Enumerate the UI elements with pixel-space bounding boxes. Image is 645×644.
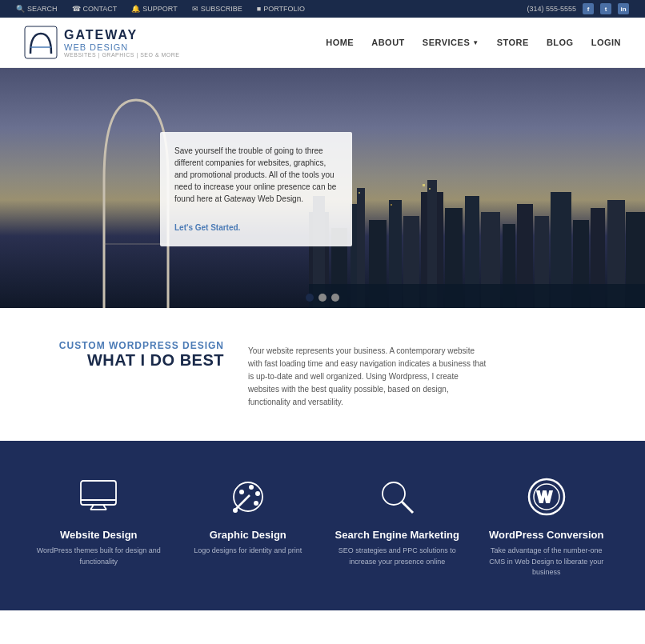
wp-title: WHAT I DO BEST bbox=[48, 351, 224, 370]
top-bar-contact[interactable]: ☎ CONTACT bbox=[72, 5, 118, 13]
svg-rect-24 bbox=[423, 184, 425, 186]
hero-cta-link[interactable]: Let's Get Started. bbox=[174, 223, 240, 232]
service-seo-title: Search Engine Marketing bbox=[335, 529, 459, 541]
service-graphic-design-title: Graphic Design bbox=[210, 529, 286, 541]
hero-section: Save yourself the trouble of going to th… bbox=[0, 68, 645, 308]
phone-number: (314) 555-5555 bbox=[527, 5, 576, 13]
nav-services[interactable]: SERVICES ▼ bbox=[423, 38, 479, 47]
search-circle-icon bbox=[373, 473, 421, 521]
wp-subtitle: CUSTOM WORDPRESS DESIGN bbox=[48, 340, 224, 351]
facebook-icon[interactable]: f bbox=[583, 3, 594, 14]
top-bar-search[interactable]: 🔍 SEARCH bbox=[16, 5, 58, 13]
svg-line-40 bbox=[235, 495, 250, 510]
logo-webdesign: WEB DESIGN bbox=[64, 42, 180, 52]
svg-line-34 bbox=[103, 505, 106, 510]
header: GATEWAY WEB DESIGN WEBSITES | GRAPHICS |… bbox=[0, 18, 645, 68]
service-wordpress: W WordPress Conversion Take advantage of… bbox=[483, 473, 611, 578]
svg-rect-26 bbox=[391, 204, 392, 206]
top-bar-right: (314) 555-5555 f t in bbox=[527, 3, 629, 14]
svg-point-41 bbox=[233, 508, 238, 513]
svg-point-39 bbox=[254, 501, 258, 506]
palette-icon bbox=[224, 473, 272, 521]
hero-overlay: Save yourself the trouble of going to th… bbox=[160, 132, 352, 246]
svg-point-36 bbox=[239, 490, 244, 494]
svg-rect-25 bbox=[429, 188, 431, 190]
services-section: Website Design WordPress themes built fo… bbox=[0, 441, 645, 610]
logo-tagline: WEBSITES | GRAPHICS | SEO & MORE bbox=[64, 52, 180, 58]
service-website-design-desc: WordPress themes built for design and fu… bbox=[34, 546, 162, 567]
nav-home[interactable]: HOME bbox=[326, 38, 354, 47]
nav-login[interactable]: LOGIN bbox=[591, 38, 621, 47]
svg-line-43 bbox=[402, 502, 413, 513]
logo-icon bbox=[24, 26, 58, 59]
service-seo-desc: SEO strategies and PPC solutions to incr… bbox=[333, 546, 461, 567]
linkedin-icon[interactable]: in bbox=[618, 3, 629, 14]
top-bar-support[interactable]: 🔔 SUPPORT bbox=[131, 5, 177, 13]
testimonial-section: “ Sean has a wonderful "can-do" attitude… bbox=[0, 610, 645, 645]
search-icon: 🔍 bbox=[16, 5, 25, 13]
phone-icon: ☎ bbox=[72, 5, 81, 13]
svg-line-33 bbox=[90, 505, 94, 510]
svg-rect-29 bbox=[81, 481, 116, 505]
services-dropdown-arrow: ▼ bbox=[472, 39, 479, 46]
top-bar-links: 🔍 SEARCH ☎ CONTACT 🔔 SUPPORT ✉ SUBSCRIBE… bbox=[16, 5, 305, 13]
service-website-design: Website Design WordPress themes built fo… bbox=[34, 473, 162, 567]
twitter-icon[interactable]: t bbox=[600, 3, 611, 14]
nav-blog[interactable]: BLOG bbox=[547, 38, 574, 47]
service-seo: Search Engine Marketing SEO strategies a… bbox=[333, 473, 461, 567]
service-wordpress-desc: Take advantage of the number-one CMS in … bbox=[483, 546, 611, 578]
service-graphic-design: Graphic Design Logo designs for identity… bbox=[184, 473, 312, 557]
service-graphic-design-desc: Logo designs for identity and print bbox=[194, 546, 302, 557]
svg-point-42 bbox=[383, 482, 405, 505]
top-bar-subscribe[interactable]: ✉ SUBSCRIBE bbox=[192, 5, 242, 13]
hero-dot-3[interactable] bbox=[331, 294, 339, 302]
logo[interactable]: GATEWAY WEB DESIGN WEBSITES | GRAPHICS |… bbox=[24, 26, 180, 59]
top-bar-portfolio[interactable]: ■ PORTFOLIO bbox=[257, 5, 305, 13]
nav-about[interactable]: ABOUT bbox=[371, 38, 405, 47]
portfolio-icon: ■ bbox=[257, 5, 261, 13]
wp-body: Your website represents your business. A… bbox=[248, 340, 488, 409]
monitor-icon bbox=[74, 473, 122, 521]
hero-dot-2[interactable] bbox=[318, 294, 327, 302]
main-nav: HOME ABOUT SERVICES ▼ STORE BLOG LOGIN bbox=[326, 38, 621, 47]
service-wordpress-title: WordPress Conversion bbox=[489, 529, 604, 541]
hero-dots bbox=[0, 294, 645, 302]
svg-text:W: W bbox=[537, 488, 552, 506]
wp-section-left: CUSTOM WORDPRESS DESIGN WHAT I DO BEST bbox=[48, 340, 224, 370]
nav-store[interactable]: STORE bbox=[497, 38, 529, 47]
mail-icon: ✉ bbox=[192, 5, 198, 13]
svg-point-37 bbox=[249, 485, 254, 490]
top-bar: 🔍 SEARCH ☎ CONTACT 🔔 SUPPORT ✉ SUBSCRIBE… bbox=[0, 0, 645, 18]
hero-text: Save yourself the trouble of going to th… bbox=[174, 145, 338, 205]
support-icon: 🔔 bbox=[131, 5, 140, 13]
logo-text: GATEWAY WEB DESIGN WEBSITES | GRAPHICS |… bbox=[64, 28, 180, 58]
logo-gateway: GATEWAY bbox=[64, 28, 180, 42]
wordpress-icon: W bbox=[523, 473, 571, 521]
svg-rect-27 bbox=[359, 192, 360, 194]
hero-dot-1[interactable] bbox=[306, 294, 314, 302]
service-website-design-title: Website Design bbox=[60, 529, 138, 541]
svg-point-38 bbox=[255, 491, 260, 496]
wordpress-section: CUSTOM WORDPRESS DESIGN WHAT I DO BEST Y… bbox=[0, 308, 645, 441]
